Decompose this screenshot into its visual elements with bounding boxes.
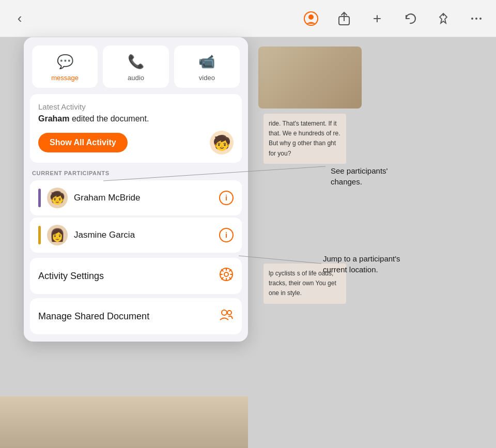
video-button[interactable]: 📹 video <box>174 45 240 88</box>
svg-point-1 <box>308 14 314 20</box>
svg-point-5 <box>471 18 473 20</box>
share-icon[interactable] <box>335 9 353 28</box>
svg-point-18 <box>222 310 227 315</box>
participants-section: CURRENT PARTICIPANTS 🧒 Graham McBride i … <box>30 168 242 253</box>
more-icon[interactable] <box>467 9 486 28</box>
activity-section: Latest Activity Graham edited the docume… <box>30 94 242 163</box>
bike-image-bottom <box>0 396 248 448</box>
bike-image-right <box>258 47 362 109</box>
graham-avatar: 🧒 <box>47 188 68 208</box>
activity-row: Show All Activity 🧒 <box>38 131 234 155</box>
svg-point-19 <box>227 311 231 315</box>
svg-point-7 <box>479 18 482 20</box>
graham-color-bar <box>38 189 41 207</box>
manage-shared-document-row[interactable]: Manage Shared Document <box>30 298 242 334</box>
activity-settings-label: Activity Settings <box>38 271 104 282</box>
svg-line-14 <box>222 270 223 271</box>
jasmine-color-bar <box>38 226 41 244</box>
graham-name: Graham McBride <box>74 193 213 203</box>
message-icon: 💬 <box>57 54 73 70</box>
pin-icon[interactable] <box>434 9 453 28</box>
activity-settings-icon <box>219 267 234 285</box>
video-icon: 📹 <box>198 54 215 70</box>
jasmine-name: Jasmine Garcia <box>74 230 213 240</box>
callout-participants-changes: See participants' changes. <box>331 165 388 187</box>
add-icon[interactable]: + <box>368 9 386 28</box>
activity-text: Graham edited the document. <box>38 114 234 123</box>
activity-avatar-emoji: 🧒 <box>213 134 231 151</box>
activity-author: Graham <box>38 114 69 123</box>
collaboration-panel: 💬 message 📞 audio 📹 video Latest Activit… <box>24 37 248 342</box>
doc-text-right: ride. That's tatement. If it that. We e … <box>264 114 346 164</box>
svg-line-17 <box>222 277 223 279</box>
graham-info-button[interactable]: i <box>219 191 234 205</box>
video-label: video <box>199 74 215 82</box>
participant-row-jasmine: 👩 Jasmine Garcia i <box>30 218 242 253</box>
message-button[interactable]: 💬 message <box>32 45 98 88</box>
toolbar: ‹ + <box>0 0 496 37</box>
svg-point-8 <box>224 272 228 276</box>
activity-title: Latest Activity <box>38 102 234 111</box>
audio-icon: 📞 <box>128 54 144 70</box>
jasmine-avatar: 👩 <box>47 225 68 245</box>
svg-line-15 <box>229 277 231 279</box>
activity-settings-row[interactable]: Activity Settings <box>30 258 242 294</box>
message-label: message <box>51 74 79 82</box>
comm-buttons-row: 💬 message 📞 audio 📹 video <box>24 37 248 94</box>
undo-icon[interactable] <box>401 9 420 28</box>
back-button[interactable]: ‹ <box>10 9 29 28</box>
activity-description: edited the document. <box>69 114 149 123</box>
svg-point-6 <box>475 18 477 20</box>
callout-jump-location: Jump to a participant's current location… <box>323 253 400 275</box>
participants-label: CURRENT PARTICIPANTS <box>30 168 242 180</box>
svg-line-16 <box>229 270 231 271</box>
show-all-activity-button[interactable]: Show All Activity <box>38 133 128 152</box>
jasmine-info-button[interactable]: i <box>219 228 234 242</box>
collaboration-icon[interactable] <box>302 9 320 28</box>
audio-button[interactable]: 📞 audio <box>103 45 168 88</box>
audio-label: audio <box>128 74 144 82</box>
activity-avatar: 🧒 <box>210 131 234 155</box>
participant-row-graham: 🧒 Graham McBride i <box>30 180 242 215</box>
manage-shared-document-label: Manage Shared Document <box>38 311 149 322</box>
manage-shared-document-icon <box>219 307 234 325</box>
